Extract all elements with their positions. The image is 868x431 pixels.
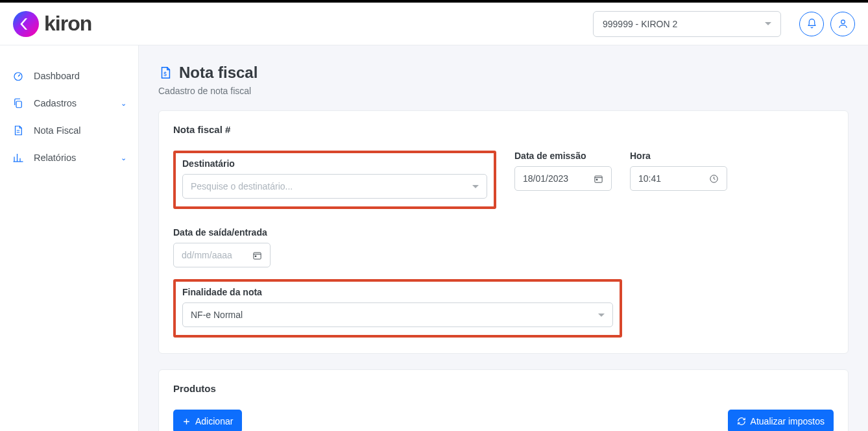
refresh-icon — [737, 417, 746, 426]
svg-point-0 — [841, 20, 845, 24]
finalidade-value: NF-e Normal — [191, 310, 243, 320]
document-icon — [12, 125, 25, 136]
sidebar-item-cadastros[interactable]: Cadastros ⌄ — [0, 90, 138, 117]
data-saida-placeholder: dd/mm/aaaa — [182, 250, 232, 260]
hora-value: 10:41 — [638, 173, 661, 184]
finalidade-select[interactable]: NF-e Normal — [182, 302, 613, 327]
sidebar-item-dashboard[interactable]: Dashboard — [0, 62, 138, 90]
svg-rect-7 — [254, 252, 261, 259]
svg-rect-8 — [255, 255, 257, 257]
data-emissao-label: Data de emissão — [514, 151, 612, 161]
calendar-icon — [252, 251, 262, 260]
brand-logo[interactable]: kiron — [13, 11, 91, 37]
data-emissao-input[interactable]: 18/01/2023 — [514, 166, 612, 191]
brand-logo-text: kiron — [44, 12, 91, 36]
produtos-title: Produtos — [173, 383, 834, 394]
destinatario-placeholder: Pesquise o destinatário... — [191, 181, 293, 191]
data-emissao-value: 18/01/2023 — [523, 173, 568, 184]
invoice-icon: $ — [158, 66, 173, 80]
svg-rect-4 — [595, 176, 602, 182]
brand-logo-mark — [13, 11, 39, 37]
page-title: Nota fiscal — [179, 64, 258, 82]
sidebar-item-label: Dashboard — [34, 71, 80, 81]
bell-icon — [806, 18, 817, 29]
hora-label: Hora — [630, 151, 727, 161]
calendar-icon — [594, 174, 603, 184]
destinatario-highlight: Destinatário Pesquise o destinatário... — [173, 151, 496, 209]
sidebar-nav: Dashboard Cadastros ⌄ Nota Fiscal Relató… — [0, 45, 139, 431]
sidebar-item-label: Cadastros — [34, 98, 77, 108]
hora-input[interactable]: 10:41 — [630, 166, 727, 191]
notifications-button[interactable] — [799, 12, 824, 36]
chevron-down-icon: ⌄ — [121, 154, 127, 162]
data-saida-label: Data de saída/entrada — [173, 227, 271, 238]
company-selector[interactable]: 999999 - KIRON 2 — [593, 11, 781, 37]
sidebar-item-nota-fiscal[interactable]: Nota Fiscal — [0, 117, 138, 144]
page-subtitle: Cadastro de nota fiscal — [158, 86, 849, 96]
sidebar-item-relatorios[interactable]: Relatórios ⌄ — [0, 144, 138, 171]
sidebar-item-label: Relatórios — [34, 153, 76, 163]
user-icon — [838, 18, 849, 29]
svg-rect-2 — [16, 101, 21, 108]
company-selected-label: 999999 - KIRON 2 — [603, 19, 677, 29]
add-product-button[interactable]: Adicionar — [173, 410, 242, 431]
user-profile-button[interactable] — [830, 12, 855, 36]
chevron-down-icon — [472, 185, 479, 188]
plus-icon — [182, 417, 191, 426]
destinatario-label: Destinatário — [182, 158, 487, 169]
chevron-down-icon — [598, 314, 605, 317]
clock-icon — [709, 174, 719, 184]
finalidade-highlight: Finalidade da nota NF-e Normal — [173, 279, 622, 338]
produtos-card: Produtos Adicionar Atualizar impostos Pr… — [158, 369, 849, 431]
svg-rect-5 — [596, 179, 598, 180]
add-product-label: Adicionar — [195, 416, 233, 426]
data-saida-input[interactable]: dd/mm/aaaa — [173, 243, 271, 267]
sidebar-item-label: Nota Fiscal — [34, 125, 81, 136]
destinatario-select[interactable]: Pesquise o destinatário... — [182, 174, 487, 199]
svg-text:$: $ — [163, 71, 167, 77]
nota-fiscal-card: Nota fiscal # Destinatário Pesquise o de… — [158, 110, 849, 354]
chevron-down-icon: ⌄ — [121, 99, 127, 108]
gauge-icon — [12, 70, 25, 82]
refresh-taxes-label: Atualizar impostos — [751, 416, 825, 426]
copy-icon — [12, 97, 25, 109]
app-header: kiron 999999 - KIRON 2 — [0, 3, 868, 45]
main-content: $ Nota fiscal Cadastro de nota fiscal No… — [139, 45, 868, 431]
card-title: Nota fiscal # — [173, 124, 834, 135]
finalidade-label: Finalidade da nota — [182, 287, 613, 297]
chevron-down-icon — [765, 22, 771, 25]
refresh-taxes-button[interactable]: Atualizar impostos — [728, 410, 834, 431]
chart-icon — [12, 152, 25, 164]
